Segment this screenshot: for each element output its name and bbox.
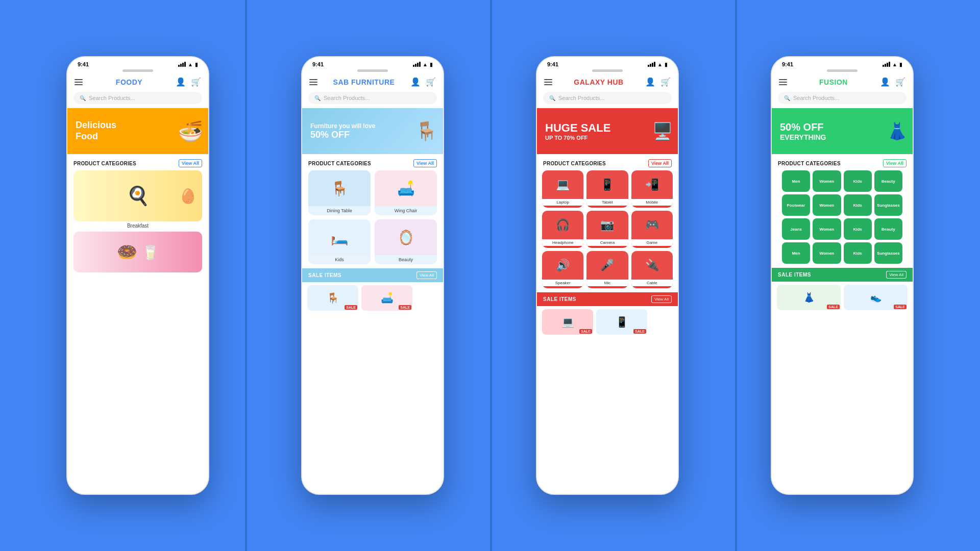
fashion-card-footwear[interactable]: Footwear [782, 194, 810, 216]
wifi-icon-foody: ▲ [188, 62, 193, 67]
dining-table-image: 🪑 [308, 170, 371, 206]
divider-1 [245, 0, 247, 551]
food-item-dessert[interactable]: 🍩 🥛 [74, 232, 202, 272]
time-fusion: 9:41 [782, 61, 793, 67]
food-item-breakfast[interactable]: 🍳 🥚 Breakfast [74, 170, 202, 229]
fashion-card-kids-2[interactable]: Kids [844, 194, 872, 216]
phone-furniture: 9:41 ▲ ▮ SAB FURNITURE [301, 56, 444, 495]
tech-grid: 💻 Laptop 📱 Tablet 📲 Mobile 🎧 Headphone 📷 [537, 170, 678, 288]
fashion-row-2: Footwear Women Kids Sunglasses [777, 194, 908, 216]
sale-view-all-galaxy[interactable]: View All [651, 295, 672, 303]
phone-galaxy: 9:41 ▲ ▮ GALAXY HUB [536, 56, 679, 495]
kids-label: Kids [335, 255, 344, 264]
banner-furniture: Furniture you will love 50% OFF 🪑 [302, 108, 443, 154]
kids-image: 🛏️ [308, 219, 371, 255]
tech-card-headphone[interactable]: 🎧 Headphone [542, 211, 583, 248]
fashion-card-women-2[interactable]: Women [813, 194, 841, 216]
tech-card-game[interactable]: 🎮 Game [631, 211, 673, 248]
user-icon-furniture[interactable]: 👤 [410, 77, 421, 87]
signal-foody [178, 62, 186, 67]
user-icon-galaxy[interactable]: 👤 [645, 77, 655, 87]
fashion-card-jeans[interactable]: Jeans [782, 218, 810, 240]
menu-icon-furniture[interactable] [309, 79, 317, 85]
fashion-label-women-3: Women [820, 227, 835, 232]
furniture-card-dining[interactable]: 🪑 Dining Table [308, 170, 371, 215]
categories-header-furniture: PRODUCT CATEGORIES View All [302, 154, 443, 170]
fashion-card-men-2[interactable]: Men [782, 242, 810, 264]
categories-title-furniture: PRODUCT CATEGORIES [308, 161, 371, 166]
fashion-card-sunglasses-1[interactable]: Sunglasses [874, 194, 902, 216]
fashion-card-kids-4[interactable]: Kids [844, 242, 872, 264]
tech-card-speaker[interactable]: 🔊 Speaker [542, 251, 583, 288]
categories-title-fusion: PRODUCT CATEGORIES [778, 161, 841, 166]
signal-furniture [413, 62, 421, 67]
search-icon-furniture: 🔍 [314, 95, 321, 101]
food-category-list: 🍳 🥚 Breakfast 🍩 🥛 [67, 170, 208, 272]
sale-item-2-galaxy[interactable]: 📱 SALE [596, 309, 647, 335]
fashion-card-beauty-2[interactable]: Beauty [874, 218, 902, 240]
categories-header-foody: PRODUCT CATEGORIES View All [67, 154, 208, 170]
battery-icon-galaxy: ▮ [665, 62, 668, 67]
notch-foody [122, 69, 153, 72]
tech-card-tablet[interactable]: 📱 Tablet [586, 170, 628, 208]
search-bar-furniture[interactable]: 🔍 Search Products... [308, 92, 437, 104]
sale-item-1-galaxy[interactable]: 💻 SALE [542, 309, 593, 335]
search-icon-galaxy: 🔍 [549, 95, 555, 101]
view-all-galaxy[interactable]: View All [648, 159, 672, 167]
notch-furniture [357, 69, 388, 72]
tech-card-mic[interactable]: 🎤 Mic [586, 251, 628, 288]
furniture-card-beauty[interactable]: 🪞 Beauty [375, 219, 437, 264]
view-all-furniture[interactable]: View All [413, 159, 437, 167]
search-bar-foody[interactable]: 🔍 Search Products... [74, 92, 202, 104]
search-bar-fusion[interactable]: 🔍 Search Products... [778, 92, 906, 104]
fashion-card-women-1[interactable]: Women [813, 170, 841, 192]
tech-card-cable[interactable]: 🔌 Cable [631, 251, 673, 288]
sale-badge-1-galaxy: SALE [579, 329, 592, 334]
time-galaxy: 9:41 [547, 61, 558, 67]
camera-image: 📷 [586, 211, 628, 239]
fashion-card-men-1[interactable]: Men [782, 170, 810, 192]
fashion-card-women-4[interactable]: Women [813, 242, 841, 264]
divider-2 [490, 0, 492, 551]
cart-icon-foody[interactable]: 🛒 [191, 77, 201, 87]
sale-item-1-fusion[interactable]: 👗 SALE [777, 285, 841, 310]
sale-item-1-furniture[interactable]: 🪑 SALE [307, 285, 358, 311]
cart-icon-fusion[interactable]: 🛒 [895, 77, 905, 87]
status-bar-fusion: 9:41 ▲ ▮ [772, 57, 913, 69]
tech-card-mobile[interactable]: 📲 Mobile [631, 170, 673, 208]
sale-header-furniture: SALE ITEMS View All [302, 268, 443, 282]
sale-view-all-furniture[interactable]: View All [416, 271, 437, 279]
view-all-fusion[interactable]: View All [883, 159, 906, 167]
app-name-foody: FOODY [116, 78, 142, 86]
sale-items-furniture: 🪑 SALE 🛋️ SALE [302, 282, 443, 314]
sale-view-all-fusion[interactable]: View All [886, 271, 906, 279]
furniture-card-kids[interactable]: 🛏️ Kids [308, 219, 371, 264]
menu-icon-foody[interactable] [75, 79, 83, 85]
tablet-label: Tablet [586, 199, 628, 206]
sale-item-2-fusion[interactable]: 👟 SALE [844, 285, 908, 310]
menu-icon-galaxy[interactable] [544, 79, 552, 85]
furniture-card-wing[interactable]: 🛋️ Wing Chair [375, 170, 437, 215]
sale-header-galaxy: SALE ITEMS View All [537, 292, 678, 306]
user-icon-fusion[interactable]: 👤 [880, 77, 890, 87]
fashion-card-kids-1[interactable]: Kids [844, 170, 872, 192]
fashion-card-sunglasses-2[interactable]: Sunglasses [874, 242, 902, 264]
fashion-label-men-2: Men [792, 251, 800, 256]
view-all-foody[interactable]: View All [179, 159, 202, 167]
fashion-card-kids-3[interactable]: Kids [844, 218, 872, 240]
mic-label: Mic [586, 280, 628, 286]
fashion-card-women-3[interactable]: Women [813, 218, 841, 240]
cart-icon-furniture[interactable]: 🛒 [426, 77, 436, 87]
user-icon-foody[interactable]: 👤 [176, 77, 186, 87]
game-label: Game [631, 239, 673, 246]
tech-card-laptop[interactable]: 💻 Laptop [542, 170, 583, 208]
divider-3 [735, 0, 737, 551]
search-bar-galaxy[interactable]: 🔍 Search Products... [543, 92, 672, 104]
tech-card-camera[interactable]: 📷 Camera [586, 211, 628, 248]
fashion-card-beauty-1[interactable]: Beauty [874, 170, 902, 192]
speaker-image: 🔊 [542, 251, 583, 280]
menu-icon-fusion[interactable] [779, 79, 787, 85]
wifi-icon-galaxy: ▲ [657, 62, 663, 67]
cart-icon-galaxy[interactable]: 🛒 [660, 77, 671, 87]
sale-item-2-furniture[interactable]: 🛋️ SALE [361, 285, 412, 311]
